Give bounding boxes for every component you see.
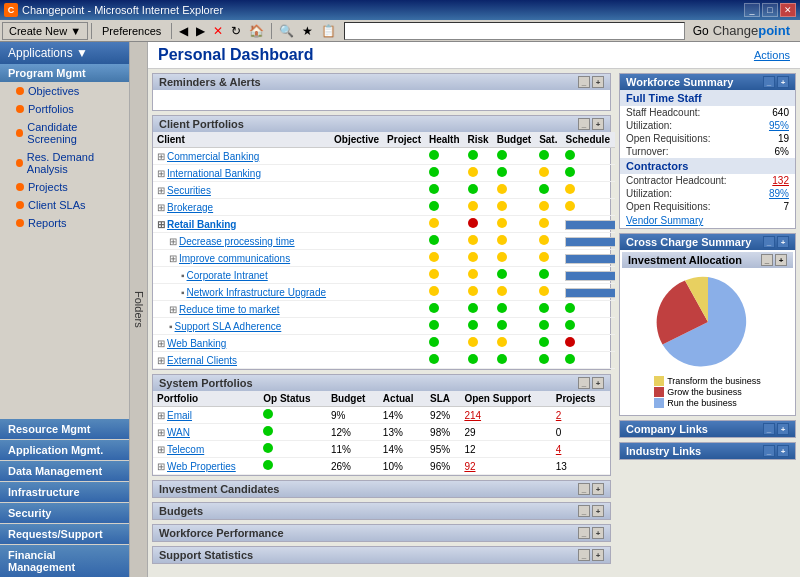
table-row: 14% [379,441,426,458]
go-btn[interactable]: Go [689,22,713,40]
close-btn[interactable]: ✕ [780,3,796,17]
wp-expand[interactable]: + [592,527,604,539]
candidate-icon [16,129,23,137]
turnover-row: Turnover: 6% [620,145,795,158]
ia-expand[interactable]: + [775,254,787,266]
projects-icon [16,183,24,191]
cl-expand[interactable]: + [777,423,789,435]
table-row [535,233,561,250]
budgets-panel: Budgets _ + [152,502,611,520]
table-row [561,250,615,267]
client-portfolios-title: Client Portfolios [159,118,244,130]
ws-expand[interactable]: + [777,76,789,88]
ic-expand[interactable]: + [592,483,604,495]
history-btn[interactable]: 📋 [317,22,340,40]
favorites-btn[interactable]: ★ [298,22,317,40]
program-mgmt-section[interactable]: Program Mgmt [0,64,129,82]
table-row [561,301,615,318]
investment-allocation-header: Investment Allocation _ + [622,252,793,268]
left-panel: Reminders & Alerts _ + Client Portfolios… [148,69,615,577]
budgets-minimize[interactable]: _ [578,505,590,517]
table-row [383,352,425,369]
system-portfolios-table: Portfolio Op Status Budget Actual SLA Op… [153,391,610,475]
reminders-minimize[interactable]: _ [578,76,590,88]
home-btn[interactable]: 🏠 [245,22,268,40]
sidebar-resource-mgmt[interactable]: Resource Mgmt [0,419,129,439]
open-req-value: 19 [778,133,789,144]
sidebar-item-client-slas[interactable]: Client SLAs [0,196,129,214]
table-row [464,233,493,250]
sp-col-budget: Budget [327,391,379,407]
applications-header[interactable]: Applications ▼ [0,42,129,64]
sidebar-data-management[interactable]: Data Management [0,461,129,481]
sidebar-item-portfolios[interactable]: Portfolios [0,100,129,118]
col-sat: Sat. [535,132,561,148]
contractor-util-value[interactable]: 89% [769,188,789,199]
right-panel: Workforce Summary _ + Full Time Staff St… [615,69,800,577]
sidebar-item-reports[interactable]: Reports [0,214,129,232]
sp-col-sla: SLA [426,391,460,407]
cl-minimize[interactable]: _ [763,423,775,435]
ss-expand[interactable]: + [592,549,604,561]
minimize-btn[interactable]: _ [744,3,760,17]
search-btn[interactable]: 🔍 [275,22,298,40]
sp-col-op-status: Op Status [259,391,327,407]
sidebar-item-candidate-screening[interactable]: Candidate Screening [0,118,129,148]
sidebar-security[interactable]: Security [0,503,129,523]
budgets-expand[interactable]: + [592,505,604,517]
il-minimize[interactable]: _ [763,445,775,457]
reminders-content [153,90,610,110]
forward-btn[interactable]: ▶ [192,22,209,40]
table-row [535,199,561,216]
sidebar-item-objectives[interactable]: Objectives [0,82,129,100]
objectives-icon [16,87,24,95]
sidebar-item-res-demand[interactable]: Res. Demand Analysis [0,148,129,178]
sidebar-application-mgmt[interactable]: Application Mgmt. [0,440,129,460]
ws-minimize[interactable]: _ [763,76,775,88]
table-row: 92 [460,458,551,475]
wp-minimize[interactable]: _ [578,527,590,539]
reminders-expand[interactable]: + [592,76,604,88]
portfolios-label: Portfolios [28,103,74,115]
res-demand-icon [16,159,23,167]
stop-btn[interactable]: ✕ [209,22,227,40]
workforce-summary-header: Workforce Summary _ + [620,74,795,90]
back-btn[interactable]: ◀ [175,22,192,40]
contractor-open-req-row: Open Requisitions: 7 [620,200,795,213]
utilization-value[interactable]: 95% [769,120,789,131]
sidebar-item-projects[interactable]: Projects [0,178,129,196]
refresh-btn[interactable]: ↻ [227,22,245,40]
table-row [383,301,425,318]
create-new-button[interactable]: Create New ▼ [2,22,88,40]
table-row [535,318,561,335]
contractor-headcount-value[interactable]: 132 [772,175,789,186]
cp-minimize[interactable]: _ [578,118,590,130]
sp-minimize[interactable]: _ [578,377,590,389]
ic-minimize[interactable]: _ [578,483,590,495]
reports-label: Reports [28,217,67,229]
sidebar-financial-mgmt[interactable]: Financial Management [0,545,129,577]
table-row [330,284,383,301]
sp-expand[interactable]: + [592,377,604,389]
table-row: ⊞External Clients [153,352,330,369]
folders-tab[interactable]: Folders [130,42,148,577]
maximize-btn[interactable]: □ [762,3,778,17]
table-row [330,199,383,216]
cc-expand[interactable]: + [777,236,789,248]
cp-expand[interactable]: + [592,118,604,130]
col-health: Health [425,132,464,148]
preferences-button[interactable]: Preferences [95,22,168,40]
ss-minimize[interactable]: _ [578,549,590,561]
sidebar-infrastructure[interactable]: Infrastructure [0,482,129,502]
sp-col-portfolio: Portfolio [153,391,259,407]
address-bar[interactable] [344,22,684,40]
actions-link[interactable]: Actions [754,49,790,61]
ia-minimize[interactable]: _ [761,254,773,266]
il-expand[interactable]: + [777,445,789,457]
vendor-summary-link[interactable]: Vendor Summary [620,213,795,228]
table-row: ⊞Web Banking [153,335,330,352]
cc-minimize[interactable]: _ [763,236,775,248]
reminders-panel: Reminders & Alerts _ + [152,73,611,111]
sidebar-requests-support[interactable]: Requests/Support [0,524,129,544]
workforce-performance-title: Workforce Performance [159,527,284,539]
